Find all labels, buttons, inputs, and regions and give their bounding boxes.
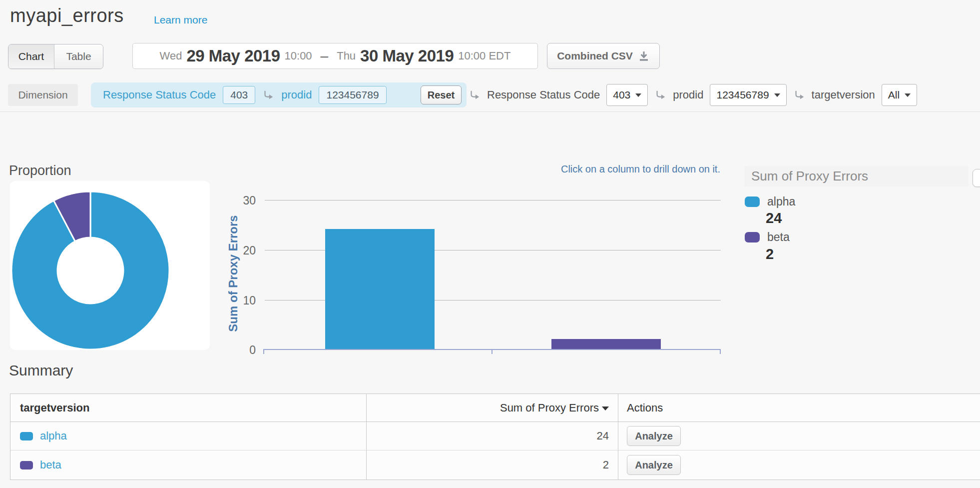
- table-row: beta 2 Analyze: [10, 450, 980, 480]
- x-axis-tick: [491, 350, 492, 354]
- proportion-title: Proportion: [9, 163, 71, 178]
- y-axis-title: Sum of Proxy Errors: [226, 215, 240, 332]
- drilldown-arrow-icon: [469, 89, 481, 101]
- combined-csv-button[interactable]: Combined CSV: [547, 43, 660, 69]
- date-range-separator: –: [321, 48, 329, 64]
- view-toggle: Chart Table: [8, 44, 103, 69]
- legend-item-alpha[interactable]: alpha: [745, 195, 795, 208]
- legend-item-value: 24: [766, 210, 782, 226]
- breadcrumb-dimension-name: prodid: [281, 88, 312, 102]
- download-icon: [638, 50, 650, 62]
- filter-dropdown-prodid[interactable]: 123456789: [710, 84, 786, 106]
- end-time: 10:00 EDT: [458, 50, 510, 62]
- proportion-donut-chart[interactable]: [10, 181, 210, 350]
- table-tab[interactable]: Table: [54, 44, 103, 68]
- summary-table: targetversion Sum of Proxy Errors Action…: [10, 394, 980, 480]
- targetversion-link[interactable]: alpha: [40, 430, 67, 442]
- legend-item-label: alpha: [767, 195, 795, 208]
- targetversion-cell: beta: [10, 450, 367, 480]
- bar-alpha[interactable]: [325, 229, 435, 349]
- drilldown-arrow-icon: [654, 89, 666, 101]
- alpha-swatch-icon: [745, 196, 760, 207]
- dimension-label: Dimension: [8, 84, 78, 106]
- bar-beta[interactable]: [551, 339, 661, 349]
- targetversion-link[interactable]: beta: [40, 458, 61, 472]
- legend-item-value: 2: [766, 246, 774, 262]
- dimension-breadcrumb: Response Status Code 403 prodid 12345678…: [91, 82, 467, 108]
- drilldown-arrow-icon: [793, 89, 805, 101]
- end-date: 30 May 2019: [360, 46, 454, 66]
- alpha-swatch-icon: [20, 432, 33, 440]
- filter-name: prodid: [673, 88, 703, 102]
- filter-selected-value: All: [888, 89, 900, 101]
- analyze-button[interactable]: Analyze: [627, 426, 681, 446]
- column-header-label: Sum of Proxy Errors: [500, 402, 599, 414]
- chevron-down-icon: [774, 94, 780, 97]
- x-axis-tick: [263, 350, 264, 354]
- beta-swatch-icon: [745, 232, 760, 242]
- chevron-down-icon: [635, 94, 641, 97]
- reset-button[interactable]: Reset: [421, 86, 462, 104]
- breadcrumb-dimension-value: 123456789: [319, 86, 386, 104]
- chevron-down-icon: [905, 94, 911, 97]
- date-range-picker[interactable]: Wed 29 May 2019 10:00 – Thu 30 May 2019 …: [132, 43, 538, 69]
- start-time: 10:00: [285, 50, 312, 62]
- column-header-targetversion: targetversion: [10, 394, 367, 422]
- end-weekday: Thu: [337, 50, 356, 62]
- table-header-row: targetversion Sum of Proxy Errors Action…: [10, 394, 980, 422]
- collapsed-panel-button[interactable]: [973, 169, 980, 187]
- legend-item-beta[interactable]: beta: [745, 230, 790, 244]
- filter-controls: Response Status Code 403 prodid 12345678…: [469, 82, 917, 108]
- learn-more-link[interactable]: Learn more: [154, 14, 207, 26]
- breadcrumb-dimension-name: Response Status Code: [103, 88, 216, 102]
- gridline-30: [265, 200, 721, 200]
- filter-dropdown-response-status-code[interactable]: 403: [606, 84, 648, 106]
- value-cell: 2: [367, 450, 618, 480]
- combined-csv-label: Combined CSV: [557, 50, 633, 62]
- column-header-sum-of-proxy-errors[interactable]: Sum of Proxy Errors: [367, 394, 618, 422]
- drilldown-hint-text: Click on a column to drill down on it.: [549, 164, 720, 175]
- targetversion-cell: alpha: [10, 422, 367, 450]
- filter-name: Response Status Code: [487, 88, 600, 102]
- x-axis-tick: [720, 350, 721, 354]
- beta-swatch-icon: [20, 461, 33, 470]
- value-cell: 24: [367, 422, 618, 450]
- page-title: myapi_errors: [10, 5, 124, 26]
- filter-selected-value: 123456789: [716, 89, 769, 101]
- filter-dropdown-targetversion[interactable]: All: [882, 84, 917, 106]
- chart-tab[interactable]: Chart: [8, 44, 54, 68]
- summary-title: Summary: [9, 362, 73, 379]
- start-weekday: Wed: [160, 50, 182, 62]
- drilldown-arrow-icon: [262, 89, 274, 101]
- filter-selected-value: 403: [613, 89, 630, 101]
- y-tick-label: 0: [220, 344, 256, 356]
- y-tick-label: 30: [220, 194, 256, 206]
- filter-name: targetversion: [812, 88, 875, 102]
- sort-descending-icon: [602, 406, 609, 410]
- table-row: alpha 24 Analyze: [10, 422, 980, 450]
- legend-title: Sum of Proxy Errors: [744, 166, 968, 186]
- analyze-button[interactable]: Analyze: [627, 455, 681, 475]
- breadcrumb-dimension-value: 403: [223, 86, 255, 104]
- legend-item-label: beta: [767, 230, 790, 244]
- column-header-actions: Actions: [618, 394, 980, 422]
- start-date: 29 May 2019: [186, 46, 280, 66]
- divider: [0, 112, 980, 112]
- donut-chart-svg[interactable]: [10, 181, 210, 350]
